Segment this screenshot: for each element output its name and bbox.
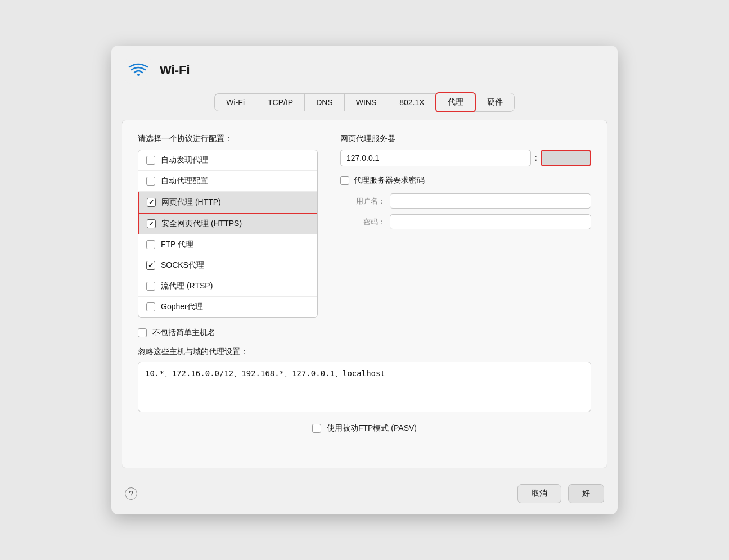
protocol-auto-discover-label: 自动发现代理 [161, 155, 208, 165]
require-password-label: 代理服务器要求密码 [354, 175, 425, 186]
simple-hostname-row[interactable]: 不包括简单主机名 [138, 328, 591, 338]
protocol-rtsp-label: 流代理 (RTSP) [161, 281, 213, 291]
simple-hostname-label: 不包括简单主机名 [152, 328, 215, 338]
protocol-gopher-label: Gopher代理 [161, 302, 203, 312]
protocol-socks-label: SOCKS代理 [161, 260, 204, 270]
title-bar: Wi-Fi [111, 46, 618, 84]
port-separator: : [534, 153, 537, 163]
ignore-label: 忽略这些主机与域的代理设置： [138, 347, 591, 357]
proxy-ip-input[interactable] [340, 150, 531, 166]
port-container [541, 150, 591, 166]
cancel-button[interactable]: 取消 [518, 484, 561, 503]
footer: ? 取消 好 [111, 476, 618, 514]
credentials-section: 用户名： 密码： [340, 193, 591, 229]
tab-wins[interactable]: WINS [344, 93, 388, 111]
password-row: 密码： [352, 214, 591, 229]
checkbox-ftp[interactable] [146, 240, 155, 249]
passive-ftp-label: 使用被动FTP模式 (PASV) [327, 423, 417, 433]
checkbox-auto-config[interactable] [146, 177, 155, 186]
left-column: 请选择一个协议进行配置： 自动发现代理 自动代理配置 网 [138, 134, 318, 318]
checkbox-auto-discover[interactable] [146, 156, 155, 165]
main-window: Wi-Fi Wi-Fi TCP/IP DNS WINS 802.1X 代理 硬件… [111, 46, 618, 514]
bottom-section: 不包括简单主机名 忽略这些主机与域的代理设置： 10.*、172.16.0.0/… [138, 328, 591, 414]
protocol-ftp-label: FTP 代理 [161, 240, 194, 250]
tab-dns[interactable]: DNS [304, 93, 344, 111]
password-label: 密码： [352, 217, 385, 227]
protocol-http[interactable]: 网页代理 (HTTP) [138, 192, 317, 213]
content-area: 请选择一个协议进行配置： 自动发现代理 自动代理配置 网 [122, 120, 608, 468]
tab-hardware[interactable]: 硬件 [475, 93, 515, 112]
password-input[interactable] [390, 214, 591, 229]
help-button[interactable]: ? [125, 487, 137, 500]
username-row: 用户名： [352, 193, 591, 209]
checkbox-https[interactable] [147, 219, 156, 228]
window-title: Wi-Fi [160, 63, 190, 78]
protocol-section-label: 请选择一个协议进行配置： [138, 134, 318, 144]
tab-proxy[interactable]: 代理 [435, 92, 476, 112]
checkbox-require-password[interactable] [340, 176, 349, 185]
protocol-auto-config[interactable]: 自动代理配置 [138, 171, 317, 192]
checkbox-passive-ftp[interactable] [312, 424, 321, 433]
require-password-row[interactable]: 代理服务器要求密码 [340, 175, 591, 186]
right-column: 网页代理服务器 : 代理服务器要求密码 用户名： [340, 134, 591, 235]
checkbox-rtsp[interactable] [146, 282, 155, 291]
protocol-auto-discover[interactable]: 自动发现代理 [138, 150, 317, 171]
two-col-layout: 请选择一个协议进行配置： 自动发现代理 自动代理配置 网 [138, 134, 591, 318]
passive-ftp-row[interactable]: 使用被动FTP模式 (PASV) [138, 423, 591, 433]
ignore-textarea[interactable]: 10.*、172.16.0.0/12、192.168.*、127.0.0.1、l… [138, 362, 591, 412]
protocol-socks[interactable]: SOCKS代理 [138, 255, 317, 276]
proxy-server-row: : [340, 150, 591, 166]
tab-dot1x[interactable]: 802.1X [388, 93, 435, 111]
checkbox-socks[interactable] [146, 261, 155, 270]
ok-button[interactable]: 好 [568, 484, 604, 503]
checkbox-simple-hostname[interactable] [138, 328, 147, 337]
tab-tcpip[interactable]: TCP/IP [256, 93, 304, 111]
tabs-bar: Wi-Fi TCP/IP DNS WINS 802.1X 代理 硬件 [111, 84, 618, 112]
username-input[interactable] [390, 193, 591, 209]
tab-wifi[interactable]: Wi-Fi [214, 93, 256, 111]
protocol-rtsp[interactable]: 流代理 (RTSP) [138, 276, 317, 297]
protocol-list: 自动发现代理 自动代理配置 网页代理 (HTTP) [138, 150, 318, 318]
protocol-ftp[interactable]: FTP 代理 [138, 234, 317, 255]
wifi-icon [125, 57, 152, 84]
proxy-port-input[interactable] [541, 150, 591, 166]
footer-buttons: 取消 好 [518, 484, 604, 503]
protocol-auto-config-label: 自动代理配置 [161, 176, 208, 186]
protocol-https-label: 安全网页代理 (HTTPS) [161, 219, 242, 229]
protocol-gopher[interactable]: Gopher代理 [138, 297, 317, 317]
protocol-http-label: 网页代理 (HTTP) [161, 197, 221, 207]
proxy-server-label: 网页代理服务器 [340, 134, 591, 144]
checkbox-http[interactable] [147, 198, 156, 207]
username-label: 用户名： [352, 196, 385, 206]
protocol-https[interactable]: 安全网页代理 (HTTPS) [138, 213, 317, 234]
checkbox-gopher[interactable] [146, 302, 155, 311]
